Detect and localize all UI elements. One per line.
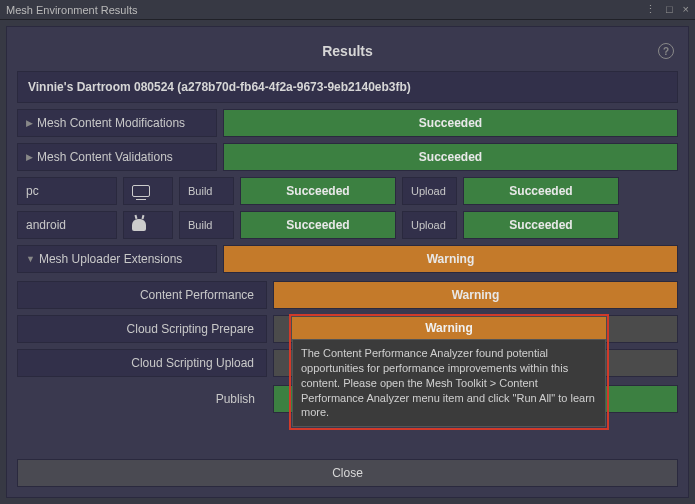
window-maximize-icon[interactable]: □	[666, 3, 673, 16]
status-badge: Warning	[273, 281, 678, 309]
android-icon	[132, 219, 146, 231]
monitor-icon	[132, 185, 150, 197]
platform-android-icon-cell	[123, 211, 173, 239]
status-badge: Warning	[223, 245, 678, 273]
help-icon[interactable]: ?	[658, 43, 674, 59]
chevron-right-icon: ▶	[26, 118, 33, 128]
chevron-right-icon: ▶	[26, 152, 33, 162]
status-badge	[273, 349, 678, 377]
build-label: Build	[179, 177, 234, 205]
window-close-icon[interactable]: ×	[683, 3, 689, 16]
upload-label: Upload	[402, 177, 457, 205]
status-badge: Succeeded	[273, 385, 678, 413]
row-content-performance: Content Performance	[17, 281, 267, 309]
row-uploader-extensions[interactable]: ▼ Mesh Uploader Extensions	[17, 245, 217, 273]
window-menu-icon[interactable]: ⋮	[645, 3, 656, 16]
window-titlebar: Mesh Environment Results ⋮ □ ×	[0, 0, 695, 20]
status-badge: Succeeded	[240, 177, 396, 205]
row-content-modifications[interactable]: ▶ Mesh Content Modifications	[17, 109, 217, 137]
upload-label: Upload	[402, 211, 457, 239]
platform-pc-label: pc	[17, 177, 117, 205]
status-badge	[273, 315, 678, 343]
environment-header: Vinnie's Dartroom 080524 (a278b70d-fb64-…	[17, 71, 678, 103]
chevron-down-icon: ▼	[26, 254, 35, 264]
row-publish: Publish	[17, 385, 267, 413]
close-button[interactable]: Close	[17, 459, 678, 487]
status-badge: Succeeded	[463, 177, 619, 205]
row-cloud-scripting-upload: Cloud Scripting Upload	[17, 349, 267, 377]
status-badge: Succeeded	[463, 211, 619, 239]
window-title: Mesh Environment Results	[6, 4, 645, 16]
panel-title: Results	[322, 43, 373, 59]
row-content-validations[interactable]: ▶ Mesh Content Validations	[17, 143, 217, 171]
row-cloud-scripting-prepare: Cloud Scripting Prepare	[17, 315, 267, 343]
status-badge: Succeeded	[223, 143, 678, 171]
build-label: Build	[179, 211, 234, 239]
status-badge: Succeeded	[240, 211, 396, 239]
results-panel: Results ? Vinnie's Dartroom 080524 (a278…	[6, 26, 689, 498]
platform-android-label: android	[17, 211, 117, 239]
platform-pc-icon-cell	[123, 177, 173, 205]
status-badge: Succeeded	[223, 109, 678, 137]
